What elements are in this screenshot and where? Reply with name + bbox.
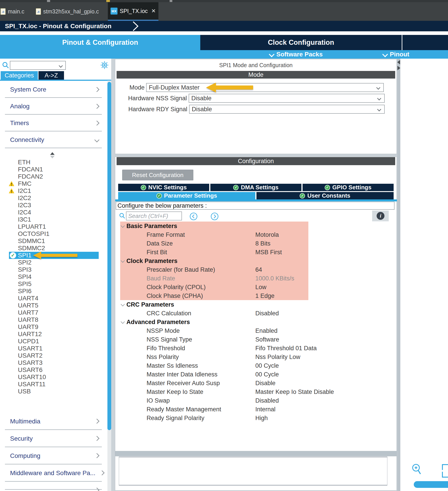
tab-a-to-z[interactable]: A->Z	[38, 71, 64, 80]
parameter-row[interactable]: First Bit MSB First	[120, 248, 308, 256]
peripheral-item[interactable]: I2C3	[0, 202, 112, 209]
peripheral-item[interactable]: UCPD1	[0, 338, 112, 345]
vertical-sash[interactable]	[397, 59, 400, 491]
peripheral-item[interactable]: UART7	[0, 309, 112, 316]
peripheral-item[interactable]: USART10	[0, 374, 112, 381]
peripheral-item[interactable]: USART11	[0, 381, 112, 388]
parameter-row[interactable]: Clock Parameters	[120, 256, 308, 265]
next-match-icon[interactable]	[211, 212, 219, 220]
peripheral-item[interactable]: SPI5	[0, 280, 112, 288]
reset-configuration-button[interactable]: Reset Configuration	[122, 170, 193, 180]
peripheral-item[interactable]: FDCAN1	[0, 166, 112, 173]
peripheral-item[interactable]: OCTOSPI1	[0, 230, 112, 237]
parameter-row[interactable]: CRC Parameters	[120, 300, 308, 309]
editor-tab-main-c[interactable]: .c main.c	[0, 2, 24, 21]
peripheral-item[interactable]: I2C2	[0, 194, 112, 202]
best-fit-icon[interactable]	[442, 472, 448, 478]
parameter-row[interactable]: NSSP Mode Enabled	[120, 326, 308, 335]
peripheral-item[interactable]: SPI3	[0, 266, 112, 273]
hardware-nss-select[interactable]: Disable	[189, 94, 385, 103]
collapse-left-icon[interactable]	[397, 60, 400, 65]
peripheral-item[interactable]: LPUART1	[0, 223, 112, 230]
sidebar-category[interactable]: Timers	[0, 114, 112, 131]
peripheral-item[interactable]: UART8	[0, 316, 112, 323]
parameter-row[interactable]: Master Keep Io State Master Keep Io Stat…	[120, 387, 308, 396]
sidebar-category[interactable]: Analog	[0, 98, 112, 114]
parameter-row[interactable]: Ready Master Management Internal	[120, 405, 308, 414]
peripheral-item[interactable]: ✓ SPI1	[0, 252, 112, 259]
parameter-row[interactable]: CRC Calculation Disabled	[120, 309, 308, 318]
mode-select[interactable]: Full-Duplex Master	[146, 83, 384, 92]
parameter-row[interactable]: NSS Signal Type Software	[120, 335, 308, 344]
settings-tab[interactable]: ✓ User Constants	[256, 192, 394, 199]
scroll-down-icon[interactable]	[50, 156, 55, 159]
peripheral-item[interactable]: I3C1	[0, 216, 112, 223]
scroll-up-icon[interactable]	[50, 152, 55, 155]
info-button-background[interactable]: i	[372, 211, 389, 221]
previous-match-icon[interactable]	[189, 212, 198, 220]
settings-tab[interactable]: ✓ NVIC Settings	[118, 184, 209, 191]
pinout-menu[interactable]: Pinout	[383, 50, 409, 59]
parameter-row[interactable]: Advanced Parameters	[120, 318, 308, 326]
parameter-search-input[interactable]	[126, 211, 182, 220]
parameter-row[interactable]: Data Size 8 Bits	[120, 239, 308, 248]
parameter-row[interactable]: Master Receiver Auto Susp Disable	[120, 379, 308, 387]
peripheral-item[interactable]: SPI6	[0, 288, 112, 295]
best-fit-icon[interactable]	[442, 464, 448, 470]
parameter-row[interactable]: Ready Signal Polarity High	[120, 414, 308, 422]
sidebar-category[interactable]: Middleware and Software Pa...	[0, 464, 112, 482]
parameter-row[interactable]: IO Swap Disabled	[120, 396, 308, 405]
group-chevron-icon[interactable]	[121, 320, 125, 324]
peripheral-item[interactable]: USB	[0, 388, 112, 395]
sidebar-category[interactable]: Multimedia	[0, 413, 112, 430]
zoom-in-icon[interactable]	[411, 463, 423, 476]
tab-categories[interactable]: Categories	[1, 71, 38, 80]
group-chevron-icon[interactable]	[121, 258, 125, 263]
gear-icon[interactable]	[100, 61, 109, 69]
list-scroll-spinner[interactable]	[50, 152, 55, 159]
peripheral-item[interactable]: FDCAN2	[0, 173, 112, 180]
hardware-rdy-select[interactable]: Disable	[189, 105, 385, 114]
parameter-row[interactable]: Fifo Threshold Fifo Threshold 01 Data	[120, 344, 308, 352]
group-chevron-icon[interactable]	[121, 302, 125, 306]
peripheral-item[interactable]: SPI4	[0, 273, 112, 280]
parameter-row[interactable]: Master Ss Idleness 00 Cycle	[120, 361, 308, 370]
parameter-row[interactable]: Clock Phase (CPHA) 1 Edge	[120, 291, 308, 300]
peripheral-filter-combobox[interactable]	[10, 61, 66, 70]
sidebar-category[interactable]: Computing	[0, 447, 112, 464]
sidebar-category[interactable]: Connectivity	[0, 131, 112, 148]
parameter-row[interactable]: Basic Parameters	[120, 222, 308, 230]
expand-right-icon[interactable]	[397, 66, 400, 70]
tab-clock-configuration[interactable]: Clock Configuration	[200, 35, 402, 50]
parameter-row[interactable]: Frame Format Motorola	[120, 230, 308, 239]
tab-pinout-configuration[interactable]: Pinout & Configuration	[0, 35, 200, 50]
peripheral-item[interactable]: I2C1	[0, 187, 112, 194]
peripheral-item[interactable]: UART4	[0, 295, 112, 302]
editor-tab-spi-tx-ioc[interactable]: MX SPI_TX.ioc ✕	[108, 2, 159, 21]
peripheral-item[interactable]: USART6	[0, 366, 112, 374]
parameter-row[interactable]: Master Inter Data Idleness 00 Cycle	[120, 370, 308, 379]
parameter-row[interactable]: Nss Polarity Nss Polarity Low	[120, 352, 308, 361]
peripheral-item[interactable]: USART3	[0, 359, 112, 366]
close-icon[interactable]: ✕	[151, 8, 156, 14]
peripheral-item[interactable]: USART1	[0, 345, 112, 352]
settings-tab[interactable]: ✓ Parameter Settings	[118, 192, 255, 199]
software-packs-menu[interactable]: Software Packs	[270, 50, 323, 59]
peripheral-item[interactable]: FMC	[0, 180, 112, 187]
group-chevron-icon[interactable]	[121, 224, 125, 227]
sidebar-category[interactable]: System Core	[0, 81, 112, 98]
peripheral-item[interactable]: USART2	[0, 352, 112, 359]
peripheral-item[interactable]: UART12	[0, 330, 112, 338]
peripheral-item[interactable]: UART9	[0, 323, 112, 330]
horizontal-sash[interactable]	[115, 451, 397, 456]
settings-tab[interactable]: ✓ DMA Settings	[210, 184, 301, 191]
sidebar-category[interactable]: Security	[0, 430, 112, 447]
parameter-row[interactable]: Clock Polarity (CPOL) Low	[120, 283, 308, 291]
peripheral-item[interactable]: SDMMC1	[0, 237, 112, 245]
horizontal-scrollbar-thumb[interactable]	[414, 481, 448, 488]
peripheral-item[interactable]: SPI2	[0, 259, 112, 266]
editor-tab-hal-gpio[interactable]: .c stm32h5xx_hal_gpio.c	[36, 2, 99, 21]
parameter-row[interactable]: Baud Rate 1000.0 KBits/s	[120, 274, 308, 283]
peripheral-item[interactable]: UART5	[0, 302, 112, 309]
settings-tab[interactable]: ✓ GPIO Settings	[303, 184, 394, 191]
